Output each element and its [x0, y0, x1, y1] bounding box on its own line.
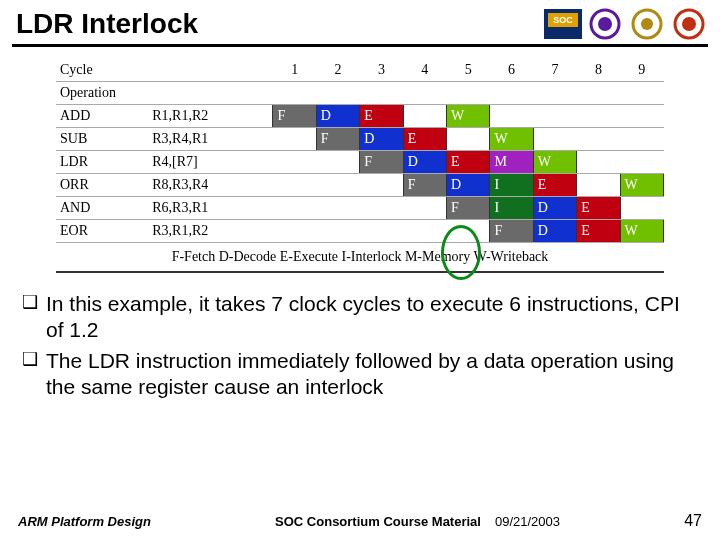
title-rule: [12, 44, 708, 47]
stage-W: W: [620, 220, 663, 243]
stage-E: E: [577, 197, 620, 220]
stage-D: D: [533, 220, 576, 243]
instr-name: LDR: [56, 151, 148, 174]
instr-name: AND: [56, 197, 148, 220]
footer-left: ARM Platform Design: [18, 514, 151, 529]
stage-I: I: [490, 174, 533, 197]
stage-F: F: [447, 197, 490, 220]
page-title: LDR Interlock: [16, 8, 198, 40]
instr-name: ADD: [56, 105, 148, 128]
svg-point-6: [641, 18, 653, 30]
org-logo-2: [628, 8, 666, 40]
stage-D: D: [447, 174, 490, 197]
stage-E: E: [447, 151, 490, 174]
stage-E: E: [403, 128, 446, 151]
svg-point-8: [682, 17, 696, 31]
legend-text: F-Fetch D-Decode E-Execute I-Interlock M…: [56, 249, 664, 269]
bullet-icon: ❑: [22, 291, 38, 344]
instr-regs: R1,R1,R2: [148, 105, 273, 128]
instr-name: EOR: [56, 220, 148, 243]
cycle-number: 8: [577, 59, 620, 82]
org-logo-1: [586, 8, 624, 40]
page-number: 47: [684, 512, 702, 530]
cycle-number: 7: [533, 59, 576, 82]
cycle-number: 3: [360, 59, 403, 82]
stage-W: W: [447, 105, 490, 128]
logo-strip: SOC: [544, 8, 708, 40]
stage-F: F: [360, 151, 403, 174]
org-logo-3: [670, 8, 708, 40]
instr-regs: R3,R1,R2: [148, 220, 273, 243]
stage-F: F: [490, 220, 533, 243]
cycle-number: 2: [316, 59, 359, 82]
svg-text:SOC: SOC: [553, 15, 573, 25]
stage-E: E: [577, 220, 620, 243]
instr-regs: R4,[R7]: [148, 151, 273, 174]
svg-point-4: [598, 17, 612, 31]
stage-D: D: [533, 197, 576, 220]
stage-F: F: [273, 105, 316, 128]
operation-label: Operation: [56, 82, 148, 105]
stage-D: D: [316, 105, 359, 128]
cycle-number: 4: [403, 59, 446, 82]
bullet-list: ❑In this example, it takes 7 clock cycle…: [0, 273, 720, 400]
cycle-number: 5: [447, 59, 490, 82]
bullet-text: The LDR instruction immediately followed…: [46, 348, 702, 401]
stage-W: W: [490, 128, 533, 151]
instr-regs: R8,R3,R4: [148, 174, 273, 197]
stage-W: W: [620, 174, 663, 197]
stage-F: F: [316, 128, 359, 151]
cycle-number: 9: [620, 59, 663, 82]
cycle-label: Cycle: [56, 59, 148, 82]
cycle-number: 1: [273, 59, 316, 82]
stage-W: W: [533, 151, 576, 174]
stage-I: I: [490, 197, 533, 220]
stage-M: M: [490, 151, 533, 174]
instr-name: SUB: [56, 128, 148, 151]
pipeline-chart: Cycle123456789OperationADDR1,R1,R2FDEWSU…: [0, 59, 720, 269]
instr-regs: R6,R3,R1: [148, 197, 273, 220]
stage-D: D: [403, 151, 446, 174]
stage-E: E: [533, 174, 576, 197]
bullet-text: In this example, it takes 7 clock cycles…: [46, 291, 702, 344]
stage-F: F: [403, 174, 446, 197]
instr-name: ORR: [56, 174, 148, 197]
bullet-icon: ❑: [22, 348, 38, 401]
cycle-number: 6: [490, 59, 533, 82]
instr-regs: R3,R4,R1: [148, 128, 273, 151]
bullet-item: ❑In this example, it takes 7 clock cycle…: [22, 291, 702, 344]
bullet-item: ❑The LDR instruction immediately followe…: [22, 348, 702, 401]
stage-D: D: [360, 128, 403, 151]
footer-center: SOC Consortium Course Material09/21/2003: [151, 514, 684, 529]
soc-consortium-logo: SOC: [544, 8, 582, 40]
stage-E: E: [360, 105, 403, 128]
